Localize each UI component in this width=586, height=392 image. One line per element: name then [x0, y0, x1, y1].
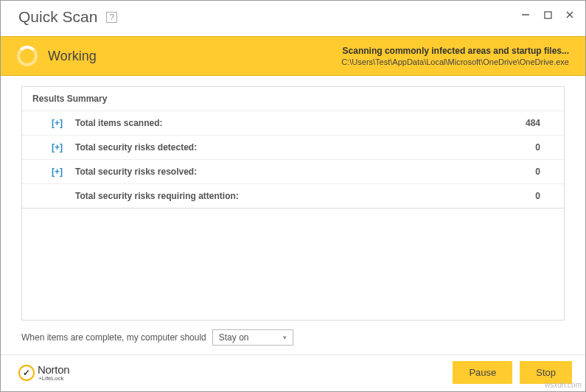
titlebar-left: Quick Scan ?: [18, 8, 117, 26]
pause-button[interactable]: Pause: [453, 361, 512, 384]
titlebar: Quick Scan ?: [1, 1, 585, 36]
result-row-items-scanned: [+] Total items scanned: 484: [22, 111, 564, 136]
dropdown-selected: Stay on: [219, 332, 249, 343]
result-label: Total security risks resolved:: [75, 167, 535, 177]
spinner-icon: [17, 46, 38, 66]
footer: ✓ Norton +LifeLock Pause Stop: [1, 354, 585, 391]
status-left: Working: [17, 46, 97, 66]
scan-path: C:\Users\Test\AppData\Local\Microsoft\On…: [341, 57, 569, 66]
status-right: Scanning commonly infected areas and sta…: [341, 46, 569, 66]
status-banner: Working Scanning commonly infected areas…: [1, 36, 585, 76]
logo-text: Norton +LifeLock: [38, 364, 69, 382]
expand-toggle[interactable]: [+]: [52, 118, 66, 128]
help-button[interactable]: ?: [106, 12, 117, 23]
status-label: Working: [48, 49, 97, 64]
minimize-icon: [521, 10, 530, 19]
svg-rect-1: [545, 12, 551, 18]
watermark: wsxdn.com: [545, 381, 582, 389]
results-panel: Results Summary [+] Total items scanned:…: [21, 86, 565, 209]
scan-heading: Scanning commonly infected areas and sta…: [341, 46, 569, 56]
result-label: Total items scanned:: [75, 118, 526, 128]
result-row-risks-resolved: [+] Total security risks resolved: 0: [22, 160, 564, 184]
result-value: 0: [535, 191, 554, 201]
logo-name: Norton: [38, 364, 69, 375]
maximize-icon: [544, 11, 552, 19]
window-controls: [520, 10, 575, 20]
completion-prompt: When items are complete, my computer sho…: [21, 332, 206, 343]
maximize-button[interactable]: [543, 10, 553, 20]
result-label: Total security risks requiring attention…: [75, 191, 535, 201]
result-row-risks-detected: [+] Total security risks detected: 0: [22, 136, 564, 160]
result-value: 484: [526, 118, 554, 128]
result-value: 0: [535, 142, 554, 153]
results-header: Results Summary: [22, 87, 564, 111]
results-empty-area: [21, 209, 565, 321]
result-label: Total security risks detected:: [75, 142, 535, 153]
logo-check-icon: ✓: [18, 365, 35, 381]
close-button[interactable]: [565, 10, 575, 20]
expand-toggle[interactable]: [+]: [52, 142, 66, 153]
minimize-button[interactable]: [520, 10, 531, 20]
logo-subtitle: +LifeLock: [38, 376, 69, 382]
expand-toggle[interactable]: [+]: [52, 167, 66, 177]
content-area: Results Summary [+] Total items scanned:…: [1, 76, 585, 354]
completion-dropdown[interactable]: Stay on: [212, 329, 293, 346]
completion-row: When items are complete, my computer sho…: [21, 321, 565, 354]
brand-logo: ✓ Norton +LifeLock: [18, 364, 69, 382]
result-value: 0: [535, 167, 554, 177]
close-icon: [565, 10, 574, 19]
window-title: Quick Scan: [18, 8, 97, 26]
result-row-risks-attention: Total security risks requiring attention…: [22, 184, 564, 208]
